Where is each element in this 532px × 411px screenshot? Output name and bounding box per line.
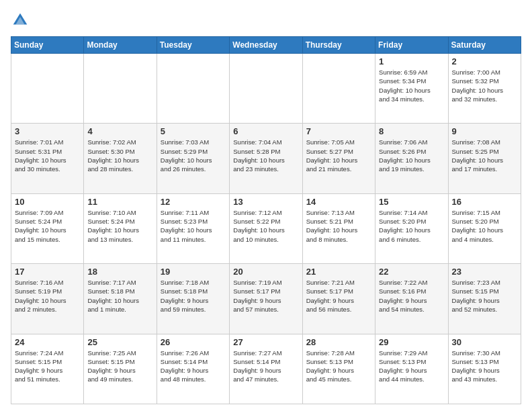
- cell-content: Sunrise: 7:08 AM Sunset: 5:25 PM Dayligh…: [452, 138, 517, 173]
- calendar-cell: 6Sunrise: 7:04 AM Sunset: 5:28 PM Daylig…: [230, 124, 302, 193]
- day-number: 29: [379, 337, 444, 347]
- day-number: 28: [306, 337, 371, 347]
- day-number: 1: [379, 56, 444, 66]
- calendar-cell: 1Sunrise: 6:59 AM Sunset: 5:34 PM Daylig…: [375, 54, 448, 124]
- calendar-cell: 2Sunrise: 7:00 AM Sunset: 5:32 PM Daylig…: [448, 54, 521, 124]
- cell-content: Sunrise: 7:24 AM Sunset: 5:15 PM Dayligh…: [15, 349, 80, 384]
- weekday-header-friday: Friday: [375, 37, 448, 54]
- cell-content: Sunrise: 7:29 AM Sunset: 5:13 PM Dayligh…: [379, 349, 444, 384]
- day-number: 11: [87, 197, 152, 207]
- calendar-cell: 12Sunrise: 7:11 AM Sunset: 5:23 PM Dayli…: [157, 193, 229, 263]
- cell-content: Sunrise: 7:14 AM Sunset: 5:20 PM Dayligh…: [379, 208, 444, 244]
- calendar-cell: 29Sunrise: 7:29 AM Sunset: 5:13 PM Dayli…: [375, 334, 448, 404]
- calendar-cell: 17Sunrise: 7:16 AM Sunset: 5:19 PM Dayli…: [11, 264, 84, 334]
- calendar-cell: [11, 54, 84, 124]
- calendar-cell: 3Sunrise: 7:01 AM Sunset: 5:31 PM Daylig…: [11, 124, 84, 193]
- day-number: 14: [306, 197, 371, 207]
- cell-content: Sunrise: 7:03 AM Sunset: 5:29 PM Dayligh…: [161, 138, 226, 173]
- calendar-week-1: 1Sunrise: 6:59 AM Sunset: 5:34 PM Daylig…: [11, 54, 521, 124]
- header: [11, 11, 521, 30]
- calendar-cell: 23Sunrise: 7:23 AM Sunset: 5:15 PM Dayli…: [448, 264, 521, 334]
- day-number: 4: [87, 126, 152, 136]
- cell-content: Sunrise: 7:05 AM Sunset: 5:27 PM Dayligh…: [306, 138, 371, 173]
- calendar-cell: 30Sunrise: 7:30 AM Sunset: 5:13 PM Dayli…: [448, 334, 521, 404]
- day-number: 16: [452, 197, 517, 207]
- logo: [11, 11, 32, 30]
- day-number: 30: [452, 337, 517, 347]
- calendar-week-3: 10Sunrise: 7:09 AM Sunset: 5:24 PM Dayli…: [11, 193, 521, 263]
- cell-content: Sunrise: 7:17 AM Sunset: 5:18 PM Dayligh…: [87, 278, 152, 314]
- day-number: 26: [161, 337, 226, 347]
- cell-content: Sunrise: 7:18 AM Sunset: 5:18 PM Dayligh…: [161, 278, 226, 314]
- cell-content: Sunrise: 6:59 AM Sunset: 5:34 PM Dayligh…: [379, 68, 444, 103]
- day-number: 24: [15, 337, 80, 347]
- day-number: 15: [379, 197, 444, 207]
- cell-content: Sunrise: 7:28 AM Sunset: 5:13 PM Dayligh…: [306, 349, 371, 384]
- cell-content: Sunrise: 7:27 AM Sunset: 5:14 PM Dayligh…: [233, 349, 298, 384]
- calendar-cell: 13Sunrise: 7:12 AM Sunset: 5:22 PM Dayli…: [230, 193, 302, 263]
- cell-content: Sunrise: 7:25 AM Sunset: 5:15 PM Dayligh…: [87, 349, 152, 384]
- day-number: 5: [161, 126, 226, 136]
- day-number: 25: [87, 337, 152, 347]
- day-number: 21: [306, 267, 371, 277]
- day-number: 17: [15, 267, 80, 277]
- day-number: 18: [87, 267, 152, 277]
- cell-content: Sunrise: 7:23 AM Sunset: 5:15 PM Dayligh…: [452, 278, 517, 314]
- day-number: 10: [15, 197, 80, 207]
- weekday-header-thursday: Thursday: [302, 37, 375, 54]
- cell-content: Sunrise: 7:16 AM Sunset: 5:19 PM Dayligh…: [15, 278, 80, 314]
- cell-content: Sunrise: 7:01 AM Sunset: 5:31 PM Dayligh…: [15, 138, 80, 173]
- calendar-cell: 28Sunrise: 7:28 AM Sunset: 5:13 PM Dayli…: [302, 334, 375, 404]
- cell-content: Sunrise: 7:19 AM Sunset: 5:17 PM Dayligh…: [233, 278, 298, 314]
- cell-content: Sunrise: 7:11 AM Sunset: 5:23 PM Dayligh…: [161, 208, 226, 244]
- weekday-header-wednesday: Wednesday: [230, 37, 302, 54]
- weekday-header-sunday: Sunday: [11, 37, 84, 54]
- calendar-table: SundayMondayTuesdayWednesdayThursdayFrid…: [11, 36, 521, 404]
- calendar-cell: 5Sunrise: 7:03 AM Sunset: 5:29 PM Daylig…: [157, 124, 229, 193]
- day-number: 9: [452, 126, 517, 136]
- cell-content: Sunrise: 7:04 AM Sunset: 5:28 PM Dayligh…: [233, 138, 298, 173]
- calendar-cell: 16Sunrise: 7:15 AM Sunset: 5:20 PM Dayli…: [448, 193, 521, 263]
- calendar-cell: 14Sunrise: 7:13 AM Sunset: 5:21 PM Dayli…: [302, 193, 375, 263]
- cell-content: Sunrise: 7:00 AM Sunset: 5:32 PM Dayligh…: [452, 68, 517, 103]
- calendar-cell: 7Sunrise: 7:05 AM Sunset: 5:27 PM Daylig…: [302, 124, 375, 193]
- day-number: 23: [452, 267, 517, 277]
- day-number: 12: [161, 197, 226, 207]
- day-number: 22: [379, 267, 444, 277]
- day-number: 27: [233, 337, 298, 347]
- calendar-cell: 18Sunrise: 7:17 AM Sunset: 5:18 PM Dayli…: [84, 264, 157, 334]
- cell-content: Sunrise: 7:12 AM Sunset: 5:22 PM Dayligh…: [233, 208, 298, 244]
- calendar-cell: [84, 54, 157, 124]
- day-number: 8: [379, 126, 444, 136]
- cell-content: Sunrise: 7:09 AM Sunset: 5:24 PM Dayligh…: [15, 208, 80, 244]
- calendar-cell: 19Sunrise: 7:18 AM Sunset: 5:18 PM Dayli…: [157, 264, 229, 334]
- cell-content: Sunrise: 7:26 AM Sunset: 5:14 PM Dayligh…: [161, 349, 226, 384]
- cell-content: Sunrise: 7:22 AM Sunset: 5:16 PM Dayligh…: [379, 278, 444, 314]
- calendar-week-4: 17Sunrise: 7:16 AM Sunset: 5:19 PM Dayli…: [11, 264, 521, 334]
- calendar-cell: 21Sunrise: 7:21 AM Sunset: 5:17 PM Dayli…: [302, 264, 375, 334]
- page: SundayMondayTuesdayWednesdayThursdayFrid…: [0, 0, 532, 411]
- day-number: 20: [233, 267, 298, 277]
- calendar-body: 1Sunrise: 6:59 AM Sunset: 5:34 PM Daylig…: [11, 54, 521, 404]
- calendar-header: SundayMondayTuesdayWednesdayThursdayFrid…: [11, 37, 521, 54]
- day-number: 19: [161, 267, 226, 277]
- cell-content: Sunrise: 7:13 AM Sunset: 5:21 PM Dayligh…: [306, 208, 371, 244]
- cell-content: Sunrise: 7:06 AM Sunset: 5:26 PM Dayligh…: [379, 138, 444, 173]
- calendar-cell: 8Sunrise: 7:06 AM Sunset: 5:26 PM Daylig…: [375, 124, 448, 193]
- day-number: 7: [306, 126, 371, 136]
- calendar-cell: 15Sunrise: 7:14 AM Sunset: 5:20 PM Dayli…: [375, 193, 448, 263]
- calendar-cell: [157, 54, 229, 124]
- calendar-cell: 25Sunrise: 7:25 AM Sunset: 5:15 PM Dayli…: [84, 334, 157, 404]
- day-number: 3: [15, 126, 80, 136]
- cell-content: Sunrise: 7:15 AM Sunset: 5:20 PM Dayligh…: [452, 208, 517, 244]
- weekday-header-row: SundayMondayTuesdayWednesdayThursdayFrid…: [11, 37, 521, 54]
- calendar-cell: 20Sunrise: 7:19 AM Sunset: 5:17 PM Dayli…: [230, 264, 302, 334]
- calendar-week-2: 3Sunrise: 7:01 AM Sunset: 5:31 PM Daylig…: [11, 124, 521, 193]
- day-number: 6: [233, 126, 298, 136]
- day-number: 2: [452, 56, 517, 66]
- calendar-cell: [302, 54, 375, 124]
- weekday-header-tuesday: Tuesday: [157, 37, 229, 54]
- calendar-cell: 4Sunrise: 7:02 AM Sunset: 5:30 PM Daylig…: [84, 124, 157, 193]
- cell-content: Sunrise: 7:21 AM Sunset: 5:17 PM Dayligh…: [306, 278, 371, 314]
- calendar-cell: 22Sunrise: 7:22 AM Sunset: 5:16 PM Dayli…: [375, 264, 448, 334]
